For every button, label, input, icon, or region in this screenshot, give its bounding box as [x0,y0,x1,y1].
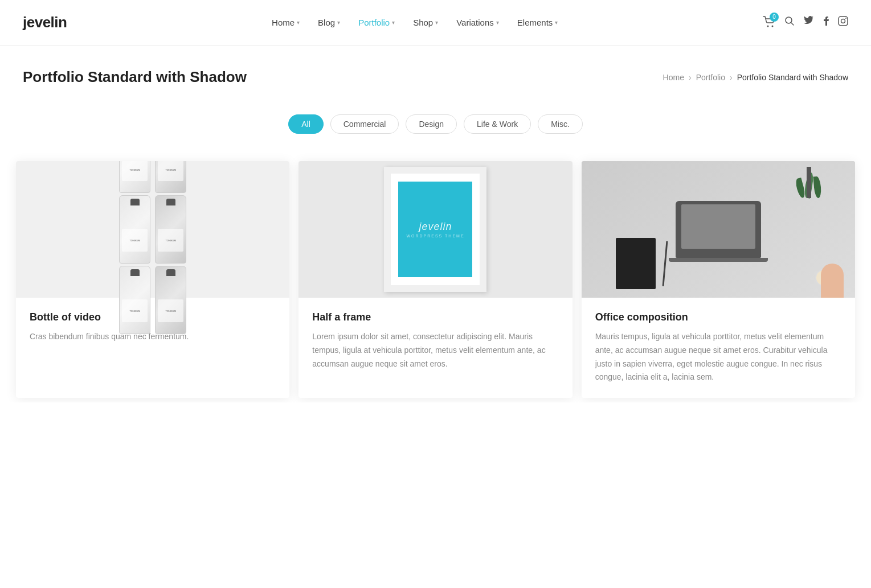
nav-portfolio[interactable]: Portfolio ▾ [351,13,402,32]
card-title-3: Office composition [595,311,841,323]
svg-point-5 [845,18,847,19]
svg-point-0 [767,25,769,27]
breadcrumb: Home › Portfolio › Portfolio Standard wi… [663,73,848,82]
card-description-2: Lorem ipsum dolor sit amet, consectetur … [312,330,558,371]
breadcrumb-separator: › [730,73,733,82]
chevron-down-icon: ▾ [392,19,395,26]
breadcrumb-portfolio[interactable]: Portfolio [696,73,725,82]
breadcrumb-home[interactable]: Home [663,73,684,82]
nav-shop[interactable]: Shop ▾ [406,13,445,32]
card-description-1: Cras bibendum finibus quam nec fermentum… [30,330,276,344]
card-image-frame[interactable]: jevelin WORDPRESS THEME [298,161,572,298]
nav-home[interactable]: Home ▾ [265,13,306,32]
portfolio-grid: TONIKUM TONIKUM TONIKUM TONIKUM TONIKUM [0,157,871,402]
search-icon[interactable] [784,16,795,29]
breadcrumb-separator: › [689,73,692,82]
nav-elements[interactable]: Elements ▾ [510,13,565,32]
header: jevelin Home ▾ Blog ▾ Portfolio ▾ Shop ▾… [0,0,871,46]
chevron-down-icon: ▾ [337,19,340,26]
portfolio-card-1: TONIKUM TONIKUM TONIKUM TONIKUM TONIKUM [16,161,289,398]
card-image-office[interactable] [582,161,855,298]
card-title-2: Half a frame [312,311,558,323]
portfolio-card-2: jevelin WORDPRESS THEME Half a frame Lor… [298,161,572,398]
cart-count: 0 [770,13,779,22]
svg-point-2 [786,17,792,23]
chevron-down-icon: ▾ [555,19,558,26]
card-image-bottles[interactable]: TONIKUM TONIKUM TONIKUM TONIKUM TONIKUM [16,161,289,298]
breadcrumb-current: Portfolio Standard with Shadow [737,73,848,82]
chevron-down-icon: ▾ [435,19,438,26]
breadcrumb-section: Portfolio Standard with Shadow Home › Po… [0,46,871,103]
cart-button[interactable]: 0 [763,16,775,30]
twitter-icon[interactable] [804,16,814,29]
chevron-down-icon: ▾ [496,19,499,26]
card-description-3: Mauris tempus, ligula at vehicula portti… [595,330,841,384]
chevron-down-icon: ▾ [297,19,300,26]
svg-point-1 [772,25,774,27]
facebook-icon[interactable] [823,16,829,29]
nav-variations[interactable]: Variations ▾ [449,13,506,32]
page-title: Portfolio Standard with Shadow [23,68,247,86]
portfolio-card-3: Office composition Mauris tempus, ligula… [582,161,855,398]
svg-point-4 [841,19,845,23]
instagram-icon[interactable] [838,16,848,29]
main-nav: Home ▾ Blog ▾ Portfolio ▾ Shop ▾ Variati… [265,13,565,32]
site-logo[interactable]: jevelin [23,14,67,31]
filter-design[interactable]: Design [406,114,457,134]
nav-blog[interactable]: Blog ▾ [311,13,347,32]
filter-misc[interactable]: Misc. [538,114,583,134]
filter-life-work[interactable]: Life & Work [464,114,531,134]
filter-all[interactable]: All [288,114,324,134]
card-body-3: Office composition Mauris tempus, ligula… [582,298,855,398]
filter-commercial[interactable]: Commercial [330,114,399,134]
card-body-2: Half a frame Lorem ipsum dolor sit amet,… [298,298,572,384]
filter-section: All Commercial Design Life & Work Misc. [0,103,871,157]
header-icons: 0 [763,16,848,30]
